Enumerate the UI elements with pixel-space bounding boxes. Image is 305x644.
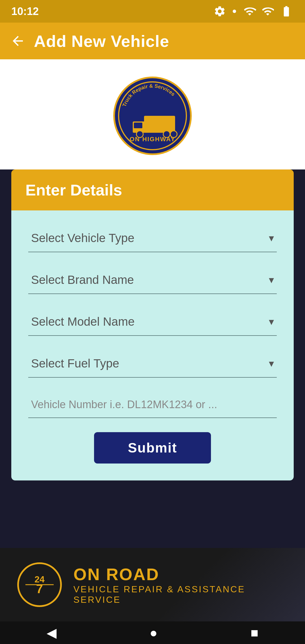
enter-details-heading: Enter Details: [25, 181, 122, 199]
vehicle-type-label: Select Vehicle Type: [31, 231, 134, 245]
fuel-type-dropdown[interactable]: Select Fuel Type ▾: [28, 350, 277, 378]
status-time: 10:12: [11, 5, 39, 18]
svg-text:7: 7: [36, 582, 43, 596]
svg-rect-6: [134, 123, 142, 128]
status-icons: [213, 5, 294, 18]
enter-details-banner: Enter Details: [11, 169, 294, 210]
bottom-on-road-text: ON ROAD: [73, 565, 288, 584]
status-bar: 10:12: [0, 0, 305, 23]
nav-bar: ◀ ● ■: [0, 621, 305, 644]
settings-icon: [213, 5, 226, 18]
vehicle-type-dropdown[interactable]: Select Vehicle Type ▾: [28, 225, 277, 252]
model-name-dropdown[interactable]: Select Model Name ▾: [28, 308, 277, 336]
nav-home-button[interactable]: ●: [150, 625, 158, 640]
submit-button[interactable]: Submit: [94, 432, 211, 464]
bottom-banner: 24 7 ON ROAD VEHICLE REPAIR & ASSISTANCE…: [0, 548, 305, 621]
bottom-subtitle-text: VEHICLE REPAIR & ASSISTANCE SERVICE: [73, 584, 288, 605]
brand-name-dropdown[interactable]: Select Brand Name ▾: [28, 266, 277, 294]
brand-name-chevron-icon: ▾: [269, 274, 274, 286]
logo-area: Truck Repair & Services ON HIGHWAY: [0, 59, 305, 169]
vehicle-number-wrapper: [28, 392, 277, 418]
svg-text:ON HIGHWAY: ON HIGHWAY: [130, 136, 175, 143]
wifi-icon: [243, 5, 256, 18]
svg-rect-4: [144, 116, 175, 133]
brand-name-label: Select Brand Name: [31, 273, 134, 287]
nav-back-button[interactable]: ◀: [47, 625, 56, 640]
fuel-type-chevron-icon: ▾: [269, 358, 274, 369]
content-wrapper: Enter Details Select Vehicle Type ▾ Sele…: [0, 169, 305, 480]
bottom-text-group: ON ROAD VEHICLE REPAIR & ASSISTANCE SERV…: [73, 565, 288, 605]
nav-recents-button[interactable]: ■: [250, 625, 258, 640]
notification-dot-icon: [231, 8, 238, 15]
vehicle-type-chevron-icon: ▾: [269, 232, 274, 244]
vehicle-number-input[interactable]: [28, 392, 277, 418]
form-card: Select Vehicle Type ▾ Select Brand Name …: [11, 210, 294, 480]
model-name-chevron-icon: ▾: [269, 316, 274, 328]
signal-icon: [262, 5, 274, 18]
page-title: Add New Vehicle: [34, 32, 169, 51]
app-bar: Add New Vehicle: [0, 23, 305, 59]
svg-point-0: [233, 10, 236, 13]
back-button[interactable]: [10, 33, 25, 49]
app-logo: Truck Repair & Services ON HIGHWAY: [113, 76, 192, 155]
fuel-type-label: Select Fuel Type: [31, 357, 119, 370]
model-name-label: Select Model Name: [31, 315, 135, 328]
bottom-logo: 24 7: [17, 562, 62, 607]
battery-icon: [279, 5, 294, 18]
